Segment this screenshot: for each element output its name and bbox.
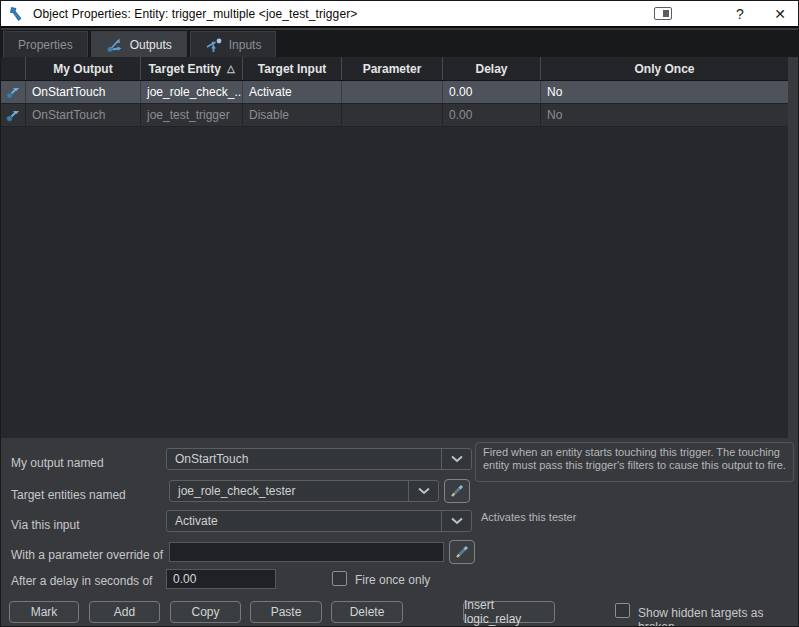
fire-once-checkbox[interactable] <box>332 571 347 586</box>
delay-input[interactable] <box>166 569 276 589</box>
inputs-icon <box>205 37 223 53</box>
cell-delay: 0.00 <box>443 104 541 126</box>
tab-inputs[interactable]: Inputs <box>190 31 277 57</box>
table-row[interactable]: OnStartTouch joe_test_trigger Disable 0.… <box>1 104 788 127</box>
show-hidden-targets-label: Show hidden targets as broken <box>638 606 798 627</box>
cell-target-input: Disable <box>243 104 342 126</box>
output-named-label: My output named <box>11 456 104 470</box>
column-header-my-output[interactable]: My Output <box>26 57 141 80</box>
via-input-dropdown[interactable]: Activate <box>166 510 472 532</box>
target-entities-label: Target entities named <box>11 488 126 502</box>
delay-label: After a delay in seconds of <box>11 574 152 588</box>
show-hidden-targets-checkbox[interactable] <box>615 603 630 618</box>
column-label: Parameter <box>363 62 422 76</box>
outputs-table: My Output Target Entity △ Target Input P… <box>1 57 788 438</box>
target-entities-dropdown[interactable]: joe_role_check_tester <box>169 480 439 502</box>
paste-button[interactable]: Paste <box>250 601 322 623</box>
cell-my-output: OnStartTouch <box>26 81 141 103</box>
outputs-icon <box>106 37 124 53</box>
add-button[interactable]: Add <box>89 601 160 623</box>
via-input-label: Via this input <box>11 518 80 532</box>
titlebar: Object Properties: Entity: trigger_multi… <box>1 1 799 28</box>
tab-inputs-label: Inputs <box>229 38 262 52</box>
output-connection-icon <box>1 104 26 126</box>
cell-target-entity: joe_test_trigger <box>141 104 243 126</box>
entity-picker-button[interactable] <box>444 479 470 503</box>
insert-logic-relay-button[interactable]: Insert logic_relay <box>463 601 555 623</box>
column-header-icon[interactable] <box>1 57 26 80</box>
hammer-tool-icon <box>9 5 26 22</box>
output-named-dropdown[interactable]: OnStartTouch <box>166 448 472 470</box>
window-title: Object Properties: Entity: trigger_multi… <box>33 7 357 21</box>
mark-button[interactable]: Mark <box>9 601 79 623</box>
table-row[interactable]: OnStartTouch joe_role_check_... Activate… <box>1 81 788 104</box>
dropdown-value: OnStartTouch <box>167 452 441 466</box>
outputs-table-empty-area[interactable] <box>1 127 788 438</box>
eyedropper-icon <box>454 544 470 560</box>
tab-bar: Properties Outputs Inputs <box>1 30 799 57</box>
column-header-target-input[interactable]: Target Input <box>243 57 342 80</box>
cell-parameter <box>342 104 443 126</box>
dropdown-value: Activate <box>167 514 441 528</box>
copy-button[interactable]: Copy <box>170 601 241 623</box>
column-label: My Output <box>53 62 112 76</box>
tab-properties[interactable]: Properties <box>3 31 88 57</box>
tab-outputs-label: Outputs <box>130 38 172 52</box>
chevron-down-icon[interactable] <box>441 511 471 531</box>
output-connection-icon <box>1 81 26 103</box>
cell-only-once: No <box>541 104 788 126</box>
object-properties-dialog: Object Properties: Entity: trigger_multi… <box>0 0 799 627</box>
dropdown-value: joe_role_check_tester <box>170 484 408 498</box>
chevron-down-icon[interactable] <box>408 481 438 501</box>
tab-properties-label: Properties <box>18 38 73 52</box>
output-help-text: Fired when an entity starts touching thi… <box>475 442 794 482</box>
column-header-only-once[interactable]: Only Once <box>541 57 788 80</box>
cell-my-output: OnStartTouch <box>26 104 141 126</box>
cell-only-once: No <box>541 81 788 103</box>
cell-target-input: Activate <box>243 81 342 103</box>
column-label: Target Entity <box>148 62 220 76</box>
window-context-help-icon[interactable] <box>654 7 672 20</box>
eyedropper-icon <box>449 483 465 499</box>
column-label: Delay <box>475 62 507 76</box>
cell-target-entity: joe_role_check_... <box>141 81 243 103</box>
column-header-delay[interactable]: Delay <box>443 57 541 80</box>
fire-once-label: Fire once only <box>355 573 430 587</box>
sort-ascending-icon: △ <box>227 63 235 74</box>
column-header-target-entity[interactable]: Target Entity △ <box>141 57 243 80</box>
tab-outputs[interactable]: Outputs <box>91 31 187 57</box>
column-label: Only Once <box>634 62 694 76</box>
delete-button[interactable]: Delete <box>331 601 403 623</box>
parameter-override-label: With a parameter override of <box>11 548 163 562</box>
column-header-parameter[interactable]: Parameter <box>342 57 443 80</box>
outputs-table-header: My Output Target Entity △ Target Input P… <box>1 57 788 81</box>
help-button[interactable]: ? <box>720 1 760 26</box>
column-label: Target Input <box>258 62 326 76</box>
input-help-text: Activates this tester <box>481 511 576 523</box>
close-button[interactable]: ✕ <box>760 1 799 26</box>
parameter-picker-button[interactable] <box>449 540 475 564</box>
cell-parameter <box>342 81 443 103</box>
cell-delay: 0.00 <box>443 81 541 103</box>
parameter-input[interactable] <box>169 542 444 562</box>
chevron-down-icon[interactable] <box>441 449 471 469</box>
